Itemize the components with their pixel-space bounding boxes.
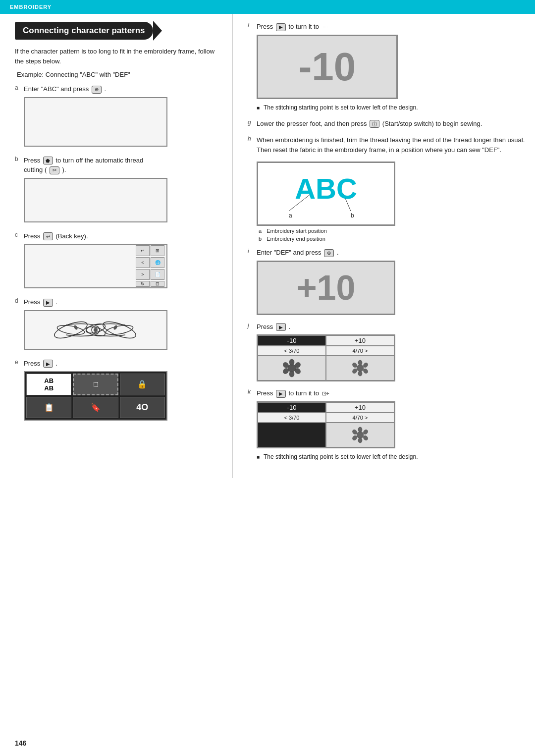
svg-point-29 — [357, 432, 364, 438]
step-k-label: k — [248, 388, 251, 395]
svg-point-22 — [357, 365, 364, 372]
flower-svg-l — [279, 358, 304, 378]
step-g: g Lower the presser foot, and then press… — [248, 119, 525, 129]
step-j-button: ▶ — [276, 323, 286, 331]
flower-svg-k — [348, 425, 373, 445]
step-b-screen — [24, 178, 167, 222]
split-j-tl: -10 — [258, 335, 326, 346]
step-k-target-icon: ⊡÷ — [322, 390, 329, 396]
left-column: Connecting character patterns If the cha… — [0, 14, 233, 478]
step-d-label: d — [15, 297, 18, 304]
step-a-button-icon: ⊕ — [92, 86, 102, 94]
step-b: b Press ⬟ to turn off the automatic thre… — [15, 156, 222, 222]
abc-embroidery-screen: ABC a b — [257, 162, 395, 226]
svg-point-7 — [94, 328, 98, 332]
svg-text:a: a — [289, 212, 292, 219]
svg-point-0 — [53, 318, 89, 341]
step-i-button: ⊕ — [324, 249, 334, 257]
svg-point-4 — [101, 318, 138, 341]
svg-point-17 — [289, 371, 294, 377]
step-a-screen — [24, 97, 167, 147]
icon-rotate: ↻ — [136, 281, 150, 287]
step-d-screen — [24, 310, 167, 350]
abc-cell-1: ABAB — [26, 374, 71, 395]
svg-text:ABC: ABC — [295, 172, 357, 205]
split-k-img-l — [258, 423, 326, 447]
example-text: Example: Connecting "ABC" with "DEF" — [17, 71, 222, 78]
step-j-label: j — [248, 322, 249, 329]
step-k: k Press ▶ to turn it to ⊡÷ -10 +10 < 3/7… — [248, 388, 525, 461]
step-d-button-icon: ▶ — [43, 299, 53, 307]
step-j-instruction: Press ▶ . — [257, 322, 525, 332]
step-f-instruction: Press ▶ to turn it to ≡÷ — [257, 22, 525, 32]
step-k-screen: -10 +10 < 3/70 4/70 > — [257, 401, 395, 448]
step-c-screen: ↩ ⊞ < 🌐 > 📄 ↻ ⊡ — [24, 244, 167, 288]
icon-memory: ⊞ — [151, 245, 164, 256]
step-i-screen: +10 — [257, 261, 395, 315]
step-g-instruction: Lower the presser foot, and then press ⓘ… — [257, 119, 525, 129]
abc-cell-2: ⬚ — [73, 374, 118, 395]
step-e-screen: ABAB ⬚ 🔒 📋 🔖 4O — [24, 371, 167, 421]
step-g-start-icon: ⓘ — [370, 120, 379, 128]
header-label: EMBROIDERY — [10, 4, 52, 10]
svg-point-24 — [358, 371, 362, 376]
step-b-instruction: Press ⬟ to turn off the automatic thread… — [24, 156, 222, 175]
split-j-bl-nav: < 3/70 — [258, 346, 326, 356]
section-title: Connecting character patterns — [15, 22, 153, 40]
split-k-tl: -10 — [258, 402, 326, 413]
step-f: f Press ▶ to turn it to ≡÷ -10 The stitc… — [248, 22, 525, 112]
step-h-instruction: When embroidering is finished, trim the … — [257, 135, 525, 155]
step-c-instruction: Press ↩ (Back key). — [24, 231, 222, 241]
step-a-label: a — [15, 84, 18, 91]
svg-point-1 — [56, 324, 85, 336]
step-j-screen: -10 +10 < 3/70 4/70 > — [257, 334, 395, 381]
step-e-instruction: Press ▶ . — [24, 359, 222, 369]
step-d-instruction: Press ▶ . — [24, 297, 222, 307]
step-f-label: f — [248, 22, 249, 29]
step-h-label: h — [248, 135, 251, 142]
svg-point-16 — [289, 359, 294, 365]
step-i: i Enter "DEF" and press ⊕ . +10 — [248, 248, 525, 315]
abc-cell-3: 🔒 — [120, 374, 165, 395]
caption-b-label: b — [259, 236, 262, 242]
split-k-tr: +10 — [326, 402, 394, 413]
abc-cell-5: 🔖 — [73, 397, 118, 419]
step-c-back-icon: ↩ — [43, 232, 53, 240]
main-content: Connecting character patterns If the cha… — [0, 14, 535, 478]
caption-a-label: a — [259, 228, 262, 234]
step-h: h When embroidering is finished, trim th… — [248, 135, 525, 155]
step-d: d Press ▶ . — [15, 297, 222, 350]
split-j-tr: +10 — [326, 335, 394, 346]
svg-text:b: b — [351, 212, 354, 219]
right-column: f Press ▶ to turn it to ≡÷ -10 The stitc… — [233, 14, 535, 478]
step-j: j Press ▶ . -10 +10 < 3/70 4/70 > — [248, 322, 525, 382]
step-k-note: The stitching starting point is set to l… — [257, 452, 525, 461]
icon-right: > — [136, 269, 150, 280]
step-f-screen: -10 — [257, 35, 398, 99]
caption-b-text: Embroidery end position — [267, 236, 325, 242]
step-a-instruction: Enter "ABC" and press ⊕ . — [24, 84, 222, 94]
abc-captions: a Embroidery start position — [257, 228, 525, 234]
split-k-bl-nav: < 3/70 — [258, 413, 326, 423]
svg-point-31 — [358, 438, 362, 443]
split-j-br-nav: 4/70 > — [326, 346, 394, 356]
abc-embroidery-svg: ABC a b — [262, 164, 390, 223]
step-g-label: g — [248, 119, 251, 126]
split-j-img-l — [258, 356, 326, 380]
abc-embroidery-area: ABC a b a Embroidery start position b Em… — [257, 162, 525, 242]
step-e-label: e — [15, 359, 18, 366]
page-number: 146 — [15, 739, 26, 747]
step-c-label: c — [15, 231, 18, 238]
description-text: If the character pattern is too long to … — [15, 47, 222, 66]
step-c-icon-grid: ↩ ⊞ < 🌐 > 📄 ↻ ⊡ — [136, 245, 164, 287]
step-b-scissors-icon: ✂ — [50, 166, 59, 174]
abc-caption-b-row: b Embroidery end position — [257, 236, 525, 242]
flower-svg-r — [348, 358, 373, 378]
step-e-button-icon: ▶ — [43, 360, 53, 368]
svg-point-23 — [358, 360, 362, 365]
caption-a-text: Embroidery start position — [267, 228, 327, 234]
step-k-button: ▶ — [276, 390, 286, 398]
step-f-target-icon: ≡÷ — [323, 24, 329, 30]
header-bar: EMBROIDERY — [0, 0, 535, 14]
svg-point-5 — [105, 324, 134, 336]
